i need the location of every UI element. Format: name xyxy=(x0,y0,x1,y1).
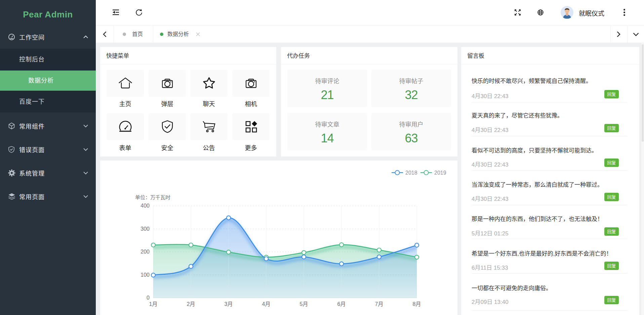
svg-text:100: 100 xyxy=(140,272,150,278)
svg-text:2018: 2018 xyxy=(405,170,417,176)
svg-text:单位：万千瓦时: 单位：万千瓦时 xyxy=(135,194,170,200)
svg-text:7月: 7月 xyxy=(375,301,384,307)
svg-text:2月: 2月 xyxy=(187,301,195,307)
svg-text:6月: 6月 xyxy=(337,301,346,307)
svg-text:200: 200 xyxy=(140,249,150,255)
svg-text:2019: 2019 xyxy=(434,170,446,176)
svg-text:0: 0 xyxy=(147,295,150,301)
svg-text:1月: 1月 xyxy=(149,301,158,307)
svg-text:300: 300 xyxy=(140,226,150,232)
svg-text:400: 400 xyxy=(140,203,150,209)
svg-text:3月: 3月 xyxy=(225,301,233,307)
svg-text:4月: 4月 xyxy=(262,301,271,307)
svg-text:5月: 5月 xyxy=(300,301,308,307)
svg-text:8月: 8月 xyxy=(413,301,421,307)
